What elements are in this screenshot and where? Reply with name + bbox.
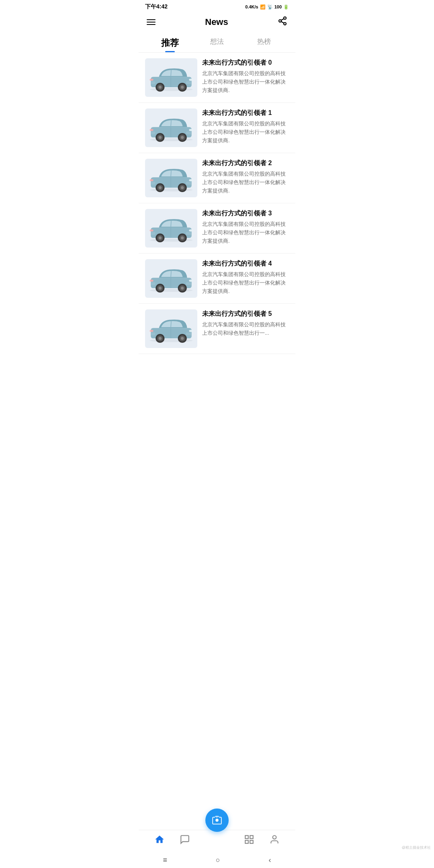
news-description: 北京汽车集团有限公司控股的高科技上市公司和绿色智慧出行一...: [202, 321, 289, 338]
svg-rect-53: [186, 232, 192, 235]
news-title: 未来出行方式的引领者 5: [202, 309, 289, 318]
news-title: 未来出行方式的引领者 0: [202, 58, 289, 67]
svg-rect-94: [186, 329, 189, 331]
svg-rect-23: [186, 131, 192, 134]
news-content: 未来出行方式的引领者 4 北京汽车集团有限公司控股的高科技上市公司和绿色智慧出行…: [202, 259, 289, 296]
news-item[interactable]: 未来出行方式的引领者 2 北京汽车集团有限公司控股的高科技上市公司和绿色智慧出行…: [139, 153, 295, 203]
svg-line-4: [281, 19, 284, 20]
svg-point-17: [181, 86, 184, 88]
svg-point-71: [149, 280, 153, 282]
battery-level: 100: [274, 4, 282, 9]
news-content: 未来出行方式的引领者 5 北京汽车集团有限公司控股的高科技上市公司和绿色智慧出行…: [202, 309, 289, 338]
news-list: 未来出行方式的引领者 0 北京汽车集团有限公司控股的高科技上市公司和绿色智慧出行…: [139, 53, 295, 354]
news-item[interactable]: 未来出行方式的引领者 0 北京汽车集团有限公司控股的高科技上市公司和绿色智慧出行…: [139, 53, 295, 103]
svg-rect-34: [186, 128, 189, 130]
svg-rect-79: [186, 278, 189, 280]
news-thumbnail: [145, 209, 197, 248]
page-title: News: [205, 17, 228, 27]
tab-recommend[interactable]: 推荐: [147, 33, 194, 52]
battery-icon: 🔋: [283, 4, 289, 10]
svg-rect-69: [151, 282, 155, 285]
share-icon: [278, 16, 287, 26]
svg-point-41: [149, 179, 153, 182]
svg-line-82: [171, 321, 171, 328]
svg-rect-64: [186, 228, 189, 230]
svg-point-70: [189, 280, 192, 282]
signal-icon: 📶: [260, 4, 266, 10]
svg-rect-54: [151, 232, 155, 235]
news-thumbnail: [145, 309, 197, 348]
svg-rect-83: [186, 332, 192, 335]
network-speed: 0.4K/s: [245, 4, 258, 9]
status-bar: 下午4:42 0.4K/s 📶 📡 100 🔋: [139, 0, 295, 12]
svg-rect-38: [186, 182, 192, 184]
news-content: 未来出行方式的引领者 1 北京汽车集团有限公司控股的高科技上市公司和绿色智慧出行…: [202, 108, 289, 145]
news-thumbnail: [145, 58, 197, 97]
svg-point-74: [159, 287, 162, 289]
news-description: 北京汽车集团有限公司控股的高科技上市公司和绿色智慧出行一体化解决方案提供商.: [202, 120, 289, 145]
svg-point-44: [159, 186, 162, 189]
svg-point-47: [181, 186, 184, 189]
news-thumbnail: [145, 259, 197, 298]
svg-rect-19: [186, 78, 189, 80]
svg-point-26: [149, 129, 153, 131]
svg-rect-49: [186, 178, 189, 180]
svg-line-22: [171, 121, 171, 127]
svg-point-59: [159, 236, 162, 239]
menu-button[interactable]: [147, 19, 156, 25]
svg-line-7: [171, 70, 171, 76]
svg-point-25: [189, 129, 192, 131]
news-item[interactable]: 未来出行方式的引领者 5 北京汽车集团有限公司控股的高科技上市公司和绿色智慧出行…: [139, 304, 295, 354]
news-description: 北京汽车集团有限公司控股的高科技上市公司和绿色智慧出行一体化解决方案提供商.: [202, 70, 289, 94]
svg-rect-84: [151, 332, 155, 335]
news-item[interactable]: 未来出行方式的引领者 3 北京汽车集团有限公司控股的高科技上市公司和绿色智慧出行…: [139, 203, 295, 254]
svg-line-37: [171, 171, 171, 177]
status-icons: 0.4K/s 📶 📡 100 🔋: [245, 4, 289, 10]
tab-trending[interactable]: 热榜: [240, 33, 287, 52]
news-content: 未来出行方式的引领者 3 北京汽车集团有限公司控股的高科技上市公司和绿色智慧出行…: [202, 209, 289, 246]
svg-point-92: [181, 337, 184, 340]
news-title: 未来出行方式的引领者 1: [202, 108, 289, 117]
news-thumbnail: [145, 108, 197, 147]
svg-point-14: [159, 86, 162, 88]
svg-rect-8: [186, 81, 192, 84]
news-description: 北京汽车集团有限公司控股的高科技上市公司和绿色智慧出行一体化解决方案提供商.: [202, 170, 289, 195]
header: News: [139, 12, 295, 33]
news-thumbnail: [145, 159, 197, 197]
svg-point-11: [149, 79, 153, 81]
svg-rect-9: [151, 81, 155, 84]
tab-ideas[interactable]: 想法: [194, 33, 241, 52]
svg-point-89: [159, 337, 162, 340]
svg-rect-24: [151, 131, 155, 134]
svg-point-10: [189, 79, 192, 81]
svg-point-62: [181, 236, 184, 239]
svg-line-67: [171, 271, 171, 277]
news-description: 北京汽车集团有限公司控股的高科技上市公司和绿色智慧出行一体化解决方案提供商.: [202, 270, 289, 295]
svg-point-40: [189, 179, 192, 182]
news-description: 北京汽车集团有限公司控股的高科技上市公司和绿色智慧出行一体化解决方案提供商.: [202, 220, 289, 245]
svg-line-52: [171, 221, 171, 227]
svg-rect-68: [186, 282, 192, 285]
news-content: 未来出行方式的引领者 0 北京汽车集团有限公司控股的高科技上市公司和绿色智慧出行…: [202, 58, 289, 95]
wifi-icon: 📡: [267, 4, 273, 10]
tabs-bar: 推荐 想法 热榜: [139, 33, 295, 53]
svg-point-55: [189, 229, 192, 232]
news-item[interactable]: 未来出行方式的引领者 1 北京汽车集团有限公司控股的高科技上市公司和绿色智慧出行…: [139, 103, 295, 153]
svg-point-32: [181, 136, 184, 139]
svg-line-3: [281, 22, 284, 23]
svg-point-29: [159, 136, 162, 139]
news-content: 未来出行方式的引领者 2 北京汽车集团有限公司控股的高科技上市公司和绿色智慧出行…: [202, 159, 289, 195]
news-title: 未来出行方式的引领者 4: [202, 259, 289, 268]
svg-point-86: [149, 330, 153, 332]
svg-point-85: [189, 330, 192, 332]
news-item[interactable]: 未来出行方式的引领者 4 北京汽车集团有限公司控股的高科技上市公司和绿色智慧出行…: [139, 254, 295, 304]
share-button[interactable]: [278, 16, 287, 28]
status-time: 下午4:42: [145, 3, 168, 10]
svg-point-77: [181, 287, 184, 289]
svg-point-56: [149, 229, 153, 232]
svg-rect-39: [151, 182, 155, 184]
news-title: 未来出行方式的引领者 2: [202, 159, 289, 168]
news-title: 未来出行方式的引领者 3: [202, 209, 289, 218]
